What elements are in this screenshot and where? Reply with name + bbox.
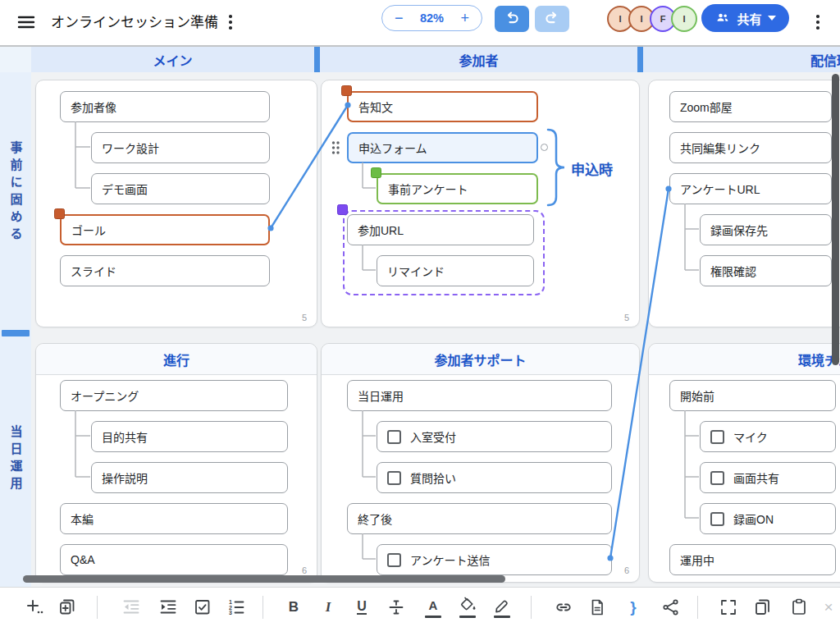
title-kebab-menu-icon[interactable] [223, 11, 238, 34]
node-label: 本編 [71, 510, 94, 527]
node-label: アンケート送信 [410, 551, 490, 568]
zoom-control: − 82% + [381, 5, 482, 31]
note-button[interactable] [583, 593, 611, 621]
brace-annotation: 申込時 [571, 158, 613, 179]
node-label: 画面共有 [733, 469, 779, 486]
tree-node[interactable]: オープニング [60, 380, 288, 411]
highlight-color-button[interactable] [488, 593, 516, 621]
bold-button[interactable]: B [280, 593, 308, 621]
tree-node[interactable]: 運用中 [669, 544, 836, 575]
node-handle-purple[interactable] [337, 204, 348, 215]
tree-node[interactable]: リマインド [377, 255, 534, 286]
tree-node-task[interactable]: アンケート送信 [377, 544, 612, 575]
tree-node[interactable]: デモ画面 [91, 173, 270, 204]
node-label: 操作説明 [102, 469, 148, 486]
vertical-scrollbar[interactable] [832, 74, 839, 365]
zoom-in-button[interactable]: + [460, 11, 469, 25]
relation-link-button[interactable] [657, 593, 685, 621]
tree-node-announcement[interactable]: 告知文 [347, 91, 538, 122]
node-label: 参加者像 [71, 98, 116, 115]
text-color-button[interactable]: A [419, 593, 447, 621]
link-button[interactable] [550, 593, 578, 621]
format-toolbar: 123 B I U A } [0, 587, 840, 627]
brace-icon: } [630, 598, 636, 616]
tree-node-task[interactable]: マイク [700, 421, 836, 452]
paste-button[interactable] [785, 593, 813, 621]
node-count-badge: 6 [302, 565, 307, 575]
close-toolbar-button[interactable]: × [815, 593, 840, 621]
numbered-list-button[interactable]: 123 [222, 593, 250, 621]
node-label: 質問拾い [410, 469, 456, 486]
checkbox-format-button[interactable] [189, 593, 217, 621]
overflow-kebab-menu-icon[interactable] [810, 11, 825, 34]
share-button[interactable]: 共有 [701, 4, 789, 32]
tree-node-task[interactable]: 画面共有 [700, 462, 836, 493]
duplicate-node-button[interactable] [53, 593, 81, 621]
tree-node[interactable]: 権限確認 [700, 255, 832, 286]
node-label: 録画保存先 [710, 222, 768, 238]
copy-button[interactable] [749, 593, 777, 621]
hamburger-menu-icon[interactable] [15, 12, 38, 32]
tree-node[interactable]: スライド [60, 255, 270, 286]
outdent-button-disabled[interactable] [117, 593, 145, 621]
tree-node-survey-url[interactable]: アンケートURL [669, 173, 832, 204]
italic-button[interactable]: I [314, 593, 342, 621]
tree-node-goal[interactable]: ゴール [60, 214, 270, 245]
tree-node[interactable]: 録画保存先 [700, 214, 832, 245]
fill-color-button[interactable] [454, 593, 482, 621]
undo-button[interactable] [495, 6, 529, 32]
horizontal-scrollbar[interactable] [23, 575, 505, 583]
node-handle-orange[interactable] [341, 85, 352, 96]
tree-node[interactable]: Q&A [60, 544, 288, 575]
indent-button[interactable] [154, 593, 182, 621]
tree-node[interactable]: 操作説明 [91, 462, 288, 493]
node-label: Zoom部屋 [680, 98, 733, 115]
add-node-button[interactable] [21, 593, 48, 621]
checkbox-unchecked[interactable] [387, 553, 401, 567]
tree-node-task[interactable]: 録画ON [700, 503, 836, 534]
fullscreen-button[interactable] [714, 593, 742, 621]
avatar[interactable]: I [671, 6, 697, 32]
tree-node[interactable]: 終了後 [347, 503, 612, 534]
tree-node-task[interactable]: 入室受付 [377, 421, 612, 452]
tree-node-selected[interactable]: 申込フォーム [347, 132, 538, 163]
highlight-color-bar [494, 616, 510, 619]
tree-node[interactable]: 開始前 [669, 380, 836, 411]
checkbox-unchecked[interactable] [710, 471, 724, 485]
redo-button[interactable] [535, 6, 569, 32]
node-label: 事前アンケート [388, 181, 468, 197]
tree-node[interactable]: 参加URL [347, 214, 534, 245]
tree-node-task[interactable]: 質問拾い [377, 462, 612, 493]
node-connector-port[interactable] [541, 144, 548, 151]
strikethrough-button[interactable] [382, 593, 410, 621]
node-handle-green[interactable] [371, 167, 381, 178]
toolbar-divider [97, 596, 98, 619]
tree-node[interactable]: 共同編集リンク [669, 132, 832, 163]
tree-node[interactable]: 本編 [60, 503, 288, 534]
section-card-env-check: 環境チェック 開始前 マイク 画面共有 録画ON 運用中 [648, 343, 840, 583]
checkbox-unchecked[interactable] [387, 430, 401, 444]
checkbox-unchecked[interactable] [387, 471, 401, 485]
tree-node-presurvey[interactable]: 事前アンケート [377, 173, 538, 204]
column-header-participants: 参加者 [320, 47, 637, 72]
node-label: 権限確認 [710, 263, 756, 279]
zoom-out-button[interactable]: − [395, 11, 404, 25]
tree-node[interactable]: 目的共有 [91, 421, 288, 452]
node-handle-orange[interactable] [54, 208, 65, 219]
section-card-facilitation: 進行 オープニング 目的共有 操作説明 本編 Q&A 6 [35, 343, 317, 583]
tree-node[interactable]: ワーク設計 [91, 132, 270, 163]
redo-icon [542, 9, 562, 29]
node-label: ワーク設計 [102, 140, 159, 156]
underline-button[interactable]: U [348, 593, 376, 621]
node-label: マイク [733, 428, 768, 445]
tree-node[interactable]: 参加者像 [60, 91, 270, 122]
text-color-bar [425, 616, 441, 619]
checkbox-unchecked[interactable] [710, 512, 724, 526]
tree-node[interactable]: 当日運用 [347, 380, 612, 411]
brace-group-button-active[interactable]: } [619, 593, 647, 621]
mindmap-canvas[interactable]: 事前に固める 当日運用 メイン 参加者 配信環境 参加者像 ワーク設計 デモ画面… [0, 47, 840, 587]
checkbox-unchecked[interactable] [710, 430, 724, 444]
drag-grip-icon[interactable] [330, 140, 341, 156]
tree-node[interactable]: Zoom部屋 [669, 91, 832, 122]
node-label: スライド [71, 263, 116, 279]
